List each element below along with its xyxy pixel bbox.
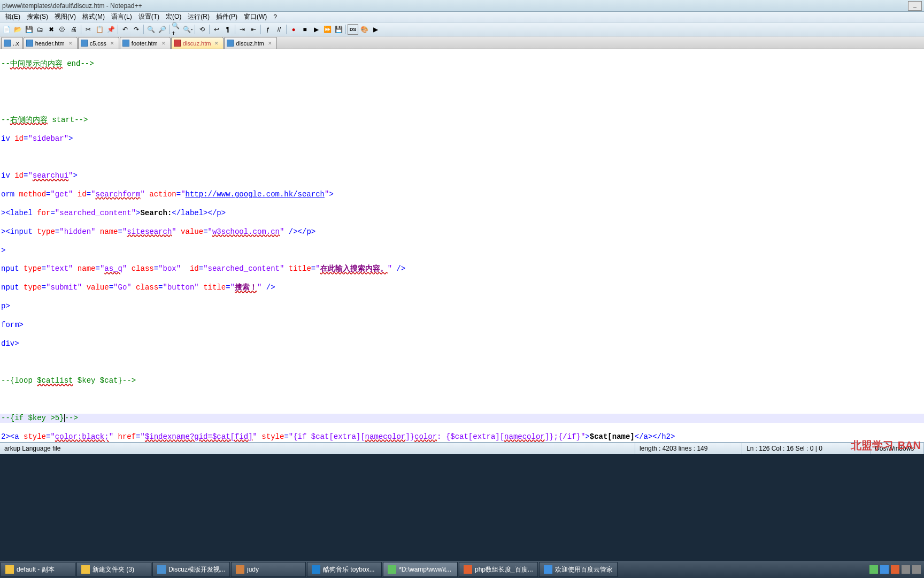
notepad-icon xyxy=(388,565,396,574)
menu-help[interactable]: ? xyxy=(270,13,280,21)
indent-icon[interactable]: ⇥ xyxy=(237,24,248,35)
titlebar: p\www\templates\default\discuz.htm - Not… xyxy=(0,0,924,12)
taskbar-item[interactable]: Discuz模版开发视... xyxy=(152,562,230,577)
copy-icon[interactable]: 📋 xyxy=(94,24,105,35)
menu-format[interactable]: 格式(M) xyxy=(79,12,108,21)
app-icon xyxy=(157,565,166,574)
color-icon[interactable]: 🎨 xyxy=(359,24,369,35)
outdent-icon[interactable]: ⇤ xyxy=(248,24,259,35)
menubar: 辑(E) 搜索(S) 视图(V) 格式(M) 语言(L) 设置(T) 宏(O) … xyxy=(0,12,924,22)
open-icon[interactable]: 📂 xyxy=(12,24,23,35)
showall-icon[interactable]: ¶ xyxy=(222,24,233,35)
menu-edit[interactable]: 辑(E) xyxy=(2,12,24,21)
tabbar: ..x header.htm✕ c5.css✕ footer.htm✕ disc… xyxy=(0,36,924,49)
file-icon xyxy=(4,40,11,47)
sync-icon[interactable]: ⟲ xyxy=(197,24,207,35)
tab-discuz-active[interactable]: discuz.htm✕ xyxy=(171,37,224,49)
taskbar-item[interactable]: php数组长度_百度... xyxy=(459,562,538,577)
menu-search[interactable]: 搜索(S) xyxy=(24,12,51,21)
tab-css[interactable]: c5.css✕ xyxy=(78,37,119,49)
stop-icon[interactable]: ■ xyxy=(299,24,310,35)
comment-icon[interactable]: // xyxy=(274,24,284,35)
new-icon[interactable]: 📄 xyxy=(1,24,12,35)
record-icon[interactable]: ● xyxy=(288,24,299,35)
play-icon[interactable]: ▶ xyxy=(311,24,321,35)
closeall-icon[interactable]: ⛒ xyxy=(57,24,68,35)
statusbar: arkup Language file length : 4203 lines … xyxy=(0,442,924,454)
redo-icon[interactable]: ↷ xyxy=(131,24,142,35)
find-icon[interactable]: 🔍 xyxy=(145,24,156,35)
code-editor[interactable]: --中间显示的内容 end--> --右侧的内容 start--> iv id=… xyxy=(0,49,924,442)
browser-icon xyxy=(464,565,472,574)
zoomout-icon[interactable]: 🔍- xyxy=(182,24,193,35)
run-icon[interactable]: ▶ xyxy=(370,24,381,35)
music-icon xyxy=(312,565,320,574)
menu-settings[interactable]: 设置(T) xyxy=(135,12,163,21)
menu-view[interactable]: 视图(V) xyxy=(51,12,79,21)
file-icon xyxy=(227,40,234,47)
savemacro-icon[interactable]: 💾 xyxy=(333,24,344,35)
save-icon[interactable]: 💾 xyxy=(24,24,34,35)
paste-icon[interactable]: 📌 xyxy=(105,24,116,35)
taskbar-item[interactable]: default - 副本 xyxy=(1,562,75,577)
tab-0[interactable]: ..x xyxy=(1,37,23,49)
undo-icon[interactable]: ↶ xyxy=(120,24,130,35)
tab-discuz-2[interactable]: discuz.htm✕ xyxy=(224,37,277,49)
network-icon[interactable] xyxy=(912,565,921,574)
menu-run[interactable]: 运行(R) xyxy=(184,12,213,21)
taskbar-item[interactable]: judy xyxy=(231,562,306,577)
tab-close-icon[interactable]: ✕ xyxy=(110,41,116,46)
taskbar-item[interactable]: 新建文件夹 (3) xyxy=(76,562,151,577)
taskbar-item[interactable]: *D:\wamp\www\t... xyxy=(383,562,458,577)
zoomin-icon[interactable]: 🔍+ xyxy=(171,24,182,35)
saveall-icon[interactable]: 🗂 xyxy=(35,24,45,35)
replace-icon[interactable]: 🔎 xyxy=(157,24,167,35)
tab-footer[interactable]: footer.htm✕ xyxy=(120,37,171,49)
menu-plugins[interactable]: 插件(P) xyxy=(213,12,241,21)
cut-icon[interactable]: ✂ xyxy=(83,24,94,35)
menu-macro[interactable]: 宏(O) xyxy=(163,12,184,21)
folder-icon xyxy=(5,565,14,574)
taskbar-item[interactable]: 欢迎使用百度云管家 xyxy=(539,562,618,577)
file-icon xyxy=(122,40,129,47)
menu-window[interactable]: 窗口(W) xyxy=(241,12,270,21)
tab-close-icon[interactable]: ✕ xyxy=(161,41,167,46)
tray-icon[interactable] xyxy=(891,565,899,574)
ds-icon[interactable]: DS xyxy=(348,24,358,35)
close-icon[interactable]: ✖ xyxy=(46,24,57,35)
minimize-button[interactable]: _ xyxy=(908,1,922,11)
playfast-icon[interactable]: ⏩ xyxy=(322,24,333,35)
taskbar-item[interactable]: 酷狗音乐 toybox... xyxy=(307,562,382,577)
volume-icon[interactable] xyxy=(902,565,910,574)
wrap-icon[interactable]: ↩ xyxy=(211,24,222,35)
toolbar: 📄 📂 💾 🗂 ✖ ⛒ 🖨 ✂ 📋 📌 ↶ ↷ 🔍 🔎 🔍+ 🔍- ⟲ ↩ ¶ … xyxy=(0,22,924,36)
status-language: arkup Language file xyxy=(0,443,635,454)
folder-icon xyxy=(81,565,90,574)
file-icon xyxy=(81,40,88,47)
desktop-background xyxy=(0,454,924,561)
tab-close-icon[interactable]: ✕ xyxy=(214,41,220,46)
func-icon[interactable]: ƒ xyxy=(263,24,273,35)
menu-language[interactable]: 语言(L) xyxy=(108,12,135,21)
tab-close-icon[interactable]: ✕ xyxy=(68,41,74,46)
tray-icon[interactable] xyxy=(880,565,889,574)
print-icon[interactable]: 🖨 xyxy=(68,24,79,35)
tab-close-icon[interactable]: ✕ xyxy=(268,41,273,46)
system-tray[interactable] xyxy=(869,565,924,574)
status-length: length : 4203 lines : 149 xyxy=(635,443,742,454)
file-icon xyxy=(26,40,33,47)
watermark: 北盟学习BAN xyxy=(851,438,921,453)
cloud-icon xyxy=(544,565,552,574)
window-title: p\www\templates\default\discuz.htm - Not… xyxy=(2,2,142,10)
tray-icon[interactable] xyxy=(869,565,878,574)
app-icon xyxy=(236,565,244,574)
file-icon xyxy=(174,40,181,47)
tab-header[interactable]: header.htm✕ xyxy=(24,37,78,49)
taskbar: default - 副本 新建文件夹 (3) Discuz模版开发视... ju… xyxy=(0,561,924,578)
